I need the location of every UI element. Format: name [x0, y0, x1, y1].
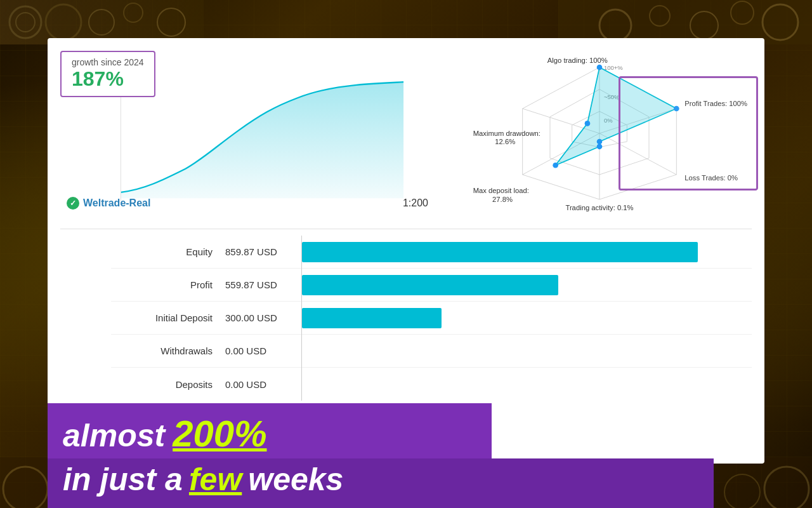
stats-section: Equity 859.87 USD Profit 559.87 USD Init…	[48, 229, 764, 407]
account-name-text: Weltrade-Real	[83, 197, 150, 209]
radar-svg: 100+% ~50% 0% Algo trading: 100% Profit …	[447, 51, 752, 216]
stat-bar-container-initial-deposit	[301, 302, 752, 335]
stat-bar-container-profit	[301, 269, 752, 302]
stat-value-withdrawals: 0.00 USD	[225, 345, 301, 356]
svg-line-25	[599, 133, 676, 175]
stat-value-equity: 859.87 USD	[225, 246, 301, 257]
stat-value-deposits: 0.00 USD	[225, 379, 301, 390]
stat-value-initial-deposit: 300.00 USD	[225, 312, 301, 323]
label-deposit-load-1: Max deposit load:	[473, 187, 529, 194]
checkmark-icon: ✓	[67, 197, 79, 210]
radar-area: 100+% ~50% 0% Algo trading: 100% Profit …	[447, 51, 752, 216]
growth-percent: 187%	[72, 67, 144, 91]
banner-line1: almost 200%	[48, 403, 492, 458]
radar-point-drawdown	[585, 121, 591, 126]
label-drawdown-2: 12.6%	[495, 138, 515, 145]
growth-since-label: growth since 2024	[72, 57, 144, 67]
stat-bar-equity	[302, 242, 698, 262]
main-card: growth since 2024 187%	[48, 38, 764, 464]
banner-in-just: in just a	[63, 461, 183, 498]
stat-bar-container-deposits	[301, 368, 752, 401]
stat-row-initial-deposit: Initial Deposit 300.00 USD	[111, 302, 752, 335]
stat-label-profit: Profit	[111, 279, 225, 290]
account-name: ✓ Weltrade-Real	[67, 197, 150, 210]
label-deposit-load-2: 27.8%	[492, 196, 513, 203]
stat-row-equity: Equity 859.87 USD	[111, 236, 752, 269]
radar-point-algo	[597, 65, 603, 70]
banner-line2: in just a few weeks	[48, 458, 714, 508]
banner-weeks: weeks	[248, 461, 343, 498]
stat-bar-container-withdrawals	[301, 335, 752, 368]
svg-marker-29	[556, 67, 677, 165]
stat-row-deposits: Deposits 0.00 USD	[111, 368, 752, 401]
chart-area: growth since 2024 187%	[60, 51, 435, 216]
growth-badge: growth since 2024 187%	[60, 51, 155, 97]
label-algo: Algo trading: 100%	[547, 57, 608, 64]
stat-label-deposits: Deposits	[111, 379, 225, 390]
label-loss: Loss Trades: 0%	[684, 174, 738, 182]
radar-point-deposit-load	[553, 163, 558, 168]
banner-few: few	[189, 461, 242, 498]
label-profit: Profit Trades: 100%	[684, 100, 747, 107]
top-section: growth since 2024 187%	[48, 38, 764, 229]
stat-row-profit: Profit 559.87 USD	[111, 269, 752, 302]
radar-grid-outer: 100+%	[604, 64, 623, 71]
stat-row-withdrawals: Withdrawals 0.00 USD	[111, 335, 752, 368]
stat-label-withdrawals: Withdrawals	[111, 345, 225, 356]
radar-point-trading	[597, 144, 603, 149]
label-trading: Trading activity: 0.1%	[565, 204, 633, 211]
label-drawdown-1: Maximum drawdown:	[473, 130, 540, 137]
banner-200: 200%	[173, 412, 266, 455]
stat-bar-profit	[302, 275, 558, 295]
stat-bar-container-equity	[301, 236, 752, 269]
stat-label-initial-deposit: Initial Deposit	[111, 312, 225, 323]
leverage-text: 1:200	[403, 197, 428, 209]
stat-label-equity: Equity	[111, 246, 225, 257]
account-row: ✓ Weltrade-Real 1:200	[60, 197, 435, 210]
stat-value-profit: 559.87 USD	[225, 279, 301, 290]
banner-almost: almost	[63, 417, 165, 454]
bottom-banner-wrapper: almost 200% in just a few weeks	[48, 403, 764, 508]
radar-point-profit	[674, 106, 679, 112]
radar-point-loss	[597, 139, 603, 145]
stat-bar-initial-deposit	[302, 308, 442, 328]
